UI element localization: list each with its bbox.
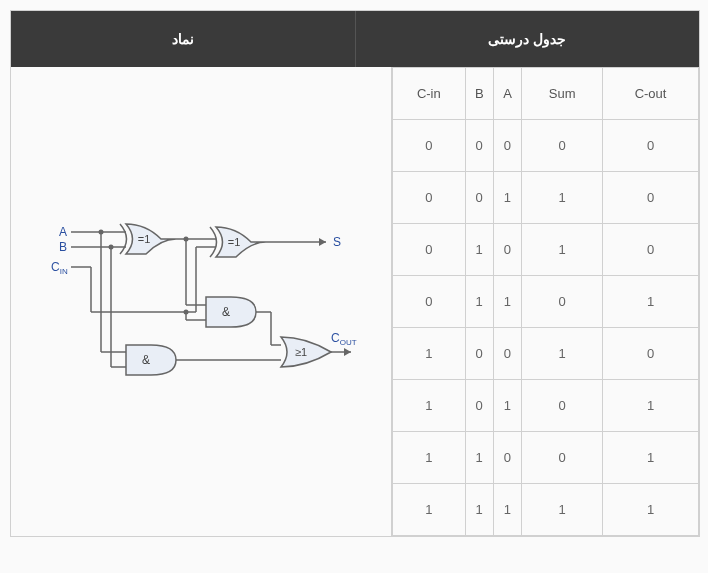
truth-cell: 1 — [603, 484, 699, 536]
truth-cell: 0 — [603, 120, 699, 172]
xor-gate-1: =1 — [120, 224, 176, 254]
truth-cell: 0 — [522, 432, 603, 484]
svg-point-23 — [109, 244, 114, 249]
truth-cell: 1 — [465, 432, 493, 484]
table-row: 11111 — [393, 484, 699, 536]
truth-cell: 1 — [393, 380, 466, 432]
truth-cell: 1 — [522, 224, 603, 276]
truth-cell: 1 — [465, 484, 493, 536]
xor-gate-2: =1 — [210, 227, 266, 257]
truth-col-header: Sum — [522, 68, 603, 120]
truth-cell: 0 — [522, 380, 603, 432]
header-symbol: نماد — [11, 11, 355, 67]
truth-cell: 0 — [393, 224, 466, 276]
table-row: 01010 — [393, 224, 699, 276]
table-row: 10010 — [393, 328, 699, 380]
truth-cell: 0 — [603, 328, 699, 380]
truth-cell: 0 — [393, 172, 466, 224]
truth-cell: 0 — [603, 224, 699, 276]
truth-cell: 0 — [493, 432, 521, 484]
truth-cell: 1 — [465, 276, 493, 328]
body-row: =1 =1 & & — [11, 67, 699, 536]
and-gate-bottom: & — [126, 345, 176, 375]
truth-cell: 1 — [493, 172, 521, 224]
truth-col-header: C-out — [603, 68, 699, 120]
or-gate: ≥1 — [281, 337, 331, 367]
truth-col-header: C-in — [393, 68, 466, 120]
svg-point-24 — [184, 236, 189, 241]
truth-cell: 1 — [493, 484, 521, 536]
truth-table-pane: C-inBASumC-out 0000000110010100110110010… — [392, 67, 699, 536]
svg-text:=1: =1 — [228, 236, 241, 248]
table-row: 00000 — [393, 120, 699, 172]
svg-point-22 — [99, 229, 104, 234]
label-cin: CIN — [51, 260, 68, 276]
svg-text:&: & — [142, 353, 150, 367]
truth-cell: 0 — [522, 276, 603, 328]
truth-cell: 1 — [603, 432, 699, 484]
label-a: A — [59, 225, 67, 239]
truth-cell: 0 — [465, 120, 493, 172]
truth-cell: 1 — [603, 380, 699, 432]
truth-cell: 1 — [522, 328, 603, 380]
svg-text:=1: =1 — [138, 233, 151, 245]
truth-cell: 0 — [603, 172, 699, 224]
truth-cell: 1 — [493, 276, 521, 328]
truth-cell: 0 — [393, 276, 466, 328]
truth-cell: 1 — [393, 484, 466, 536]
table-row: 10101 — [393, 380, 699, 432]
svg-point-25 — [184, 309, 189, 314]
label-s: S — [333, 235, 341, 249]
header-row: نماد جدول درستی — [11, 11, 699, 67]
table-row: 11001 — [393, 432, 699, 484]
full-adder-panel: نماد جدول درستی — [10, 10, 700, 537]
truth-cell: 0 — [493, 120, 521, 172]
truth-cell: 1 — [603, 276, 699, 328]
truth-cell: 1 — [493, 380, 521, 432]
header-truth: جدول درستی — [355, 11, 700, 67]
truth-cell: 0 — [493, 328, 521, 380]
and-gate-mid: & — [206, 297, 256, 327]
diagram-pane: =1 =1 & & — [11, 67, 392, 536]
label-cout: COUT — [331, 331, 357, 347]
truth-cell: 0 — [465, 328, 493, 380]
table-row: 01101 — [393, 276, 699, 328]
truth-cell: 1 — [522, 484, 603, 536]
truth-col-header: B — [465, 68, 493, 120]
svg-text:≥1: ≥1 — [295, 346, 307, 358]
truth-cell: 0 — [522, 120, 603, 172]
truth-col-header: A — [493, 68, 521, 120]
truth-cell: 0 — [493, 224, 521, 276]
truth-table: C-inBASumC-out 0000000110010100110110010… — [392, 67, 699, 536]
truth-cell: 1 — [465, 224, 493, 276]
full-adder-diagram: =1 =1 & & — [31, 192, 371, 412]
label-b: B — [59, 240, 67, 254]
truth-cell: 1 — [393, 328, 466, 380]
svg-text:&: & — [222, 305, 230, 319]
truth-cell: 0 — [465, 172, 493, 224]
truth-cell: 1 — [522, 172, 603, 224]
truth-cell: 0 — [393, 120, 466, 172]
table-row: 00110 — [393, 172, 699, 224]
truth-cell: 0 — [465, 380, 493, 432]
truth-cell: 1 — [393, 432, 466, 484]
